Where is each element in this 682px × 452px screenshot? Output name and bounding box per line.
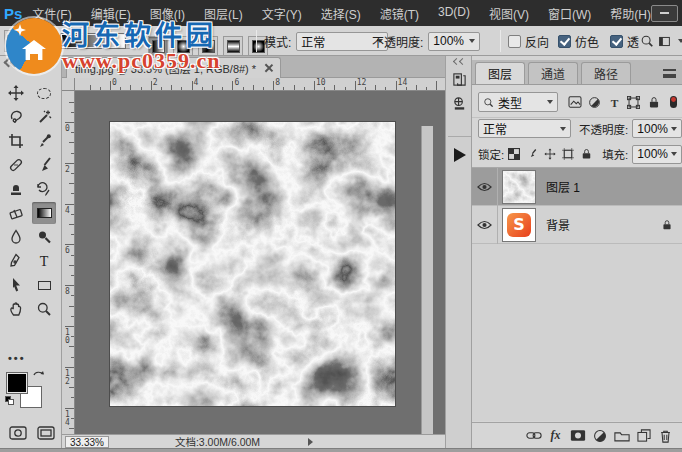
tool-eyedropper[interactable]	[32, 130, 56, 152]
reverse-checkbox[interactable]	[508, 35, 521, 48]
layer-row-layer1[interactable]: 图层 1	[472, 168, 682, 206]
ruler-corner[interactable]	[62, 78, 75, 91]
layer-style-button[interactable]: fx	[547, 427, 564, 444]
delete-layer-button[interactable]	[657, 427, 674, 444]
tab-paths[interactable]: 路径	[581, 62, 631, 84]
filter-shape-layers-icon[interactable]	[625, 93, 643, 112]
fill-select[interactable]: 100%	[632, 145, 682, 164]
tool-type[interactable]: T	[32, 250, 56, 272]
linear-gradient-button[interactable]	[148, 36, 168, 56]
menu-file[interactable]: 文件(F)	[32, 5, 71, 22]
tool-move[interactable]	[4, 82, 28, 104]
canvas-image[interactable]	[110, 122, 395, 406]
document-tab[interactable]: timg.jpg @ 33.3% (图层 1, RGB/8#) *	[66, 57, 281, 78]
angle-gradient-button[interactable]	[198, 36, 218, 56]
menu-help[interactable]: 帮助(H)	[610, 5, 651, 22]
expand-panels-icon[interactable]	[454, 59, 466, 65]
tool-eraser[interactable]	[4, 202, 28, 224]
screen-mode-button[interactable]	[34, 422, 58, 444]
visibility-toggle[interactable]	[472, 168, 498, 206]
tool-path-selection[interactable]	[4, 274, 28, 296]
zoom-level-field[interactable]: 33.33%	[65, 436, 109, 448]
filter-pixel-layers-icon[interactable]	[566, 93, 584, 112]
radial-gradient-button[interactable]	[173, 36, 193, 56]
tool-magic-wand[interactable]	[32, 106, 56, 128]
panel-menu-icon[interactable]	[663, 69, 676, 78]
workspace-icon[interactable]	[658, 35, 671, 48]
quick-mask-button[interactable]	[6, 422, 30, 444]
horizontal-ruler[interactable]: 02468101214	[75, 78, 445, 91]
tool-brush[interactable]	[32, 154, 56, 176]
tool-dodge[interactable]	[32, 226, 56, 248]
add-layer-mask-button[interactable]	[569, 427, 586, 444]
link-layers-button[interactable]	[525, 427, 542, 444]
visibility-toggle[interactable]	[472, 206, 498, 244]
search-icon[interactable]	[640, 34, 654, 48]
history-panel-icon[interactable]	[450, 70, 469, 89]
menu-3d[interactable]: 3D(D)	[438, 5, 470, 22]
tool-history-brush[interactable]	[32, 178, 56, 200]
layer-thumbnail[interactable]	[502, 170, 536, 204]
tool-hand[interactable]	[4, 298, 28, 320]
vertical-ruler[interactable]: 02468101214	[62, 91, 75, 434]
dither-checkbox[interactable]	[558, 35, 571, 48]
tool-crop[interactable]	[4, 130, 28, 152]
tool-pen[interactable]	[4, 250, 28, 272]
filter-type-layers-icon[interactable]: T	[606, 93, 624, 112]
properties-panel-icon[interactable]	[450, 94, 469, 113]
menu-view[interactable]: 视图(V)	[489, 5, 529, 22]
new-layer-button[interactable]	[635, 427, 652, 444]
layer-name[interactable]: 图层 1	[546, 178, 580, 195]
collapse-panel-icon[interactable]	[5, 59, 19, 67]
swap-colors-icon[interactable]	[32, 370, 46, 382]
lock-transparent-pixels-icon[interactable]	[506, 145, 522, 164]
reflected-gradient-button[interactable]	[223, 36, 243, 56]
lock-artboard-icon[interactable]	[560, 145, 576, 164]
foreground-color-swatch[interactable]	[6, 372, 28, 394]
minimize-button[interactable]	[651, 5, 678, 22]
tool-preset-picker[interactable]	[4, 30, 54, 52]
menu-window[interactable]: 窗口(W)	[548, 5, 591, 22]
vertical-scrollbar[interactable]	[421, 126, 433, 452]
lock-all-icon[interactable]	[578, 145, 594, 164]
layer-filter-select[interactable]: 类型	[478, 92, 558, 112]
lock-image-pixels-icon[interactable]	[524, 145, 540, 164]
layer-filter-toggle[interactable]	[664, 93, 682, 112]
menu-image[interactable]: 图像(I)	[150, 5, 185, 22]
tool-clone-stamp[interactable]	[4, 178, 28, 200]
tool-zoom[interactable]	[32, 298, 56, 320]
menu-layer[interactable]: 图层(L)	[204, 5, 243, 22]
tab-channels[interactable]: 通道	[528, 62, 578, 84]
layer-thumbnail[interactable]: S	[502, 208, 536, 242]
filter-smart-objects-icon[interactable]	[645, 93, 663, 112]
adjustment-layer-button[interactable]	[591, 427, 608, 444]
canvas-viewport[interactable]	[75, 91, 433, 434]
tool-rectangle[interactable]	[32, 274, 56, 296]
layer-name[interactable]: 背景	[546, 216, 570, 233]
tool-elliptical-marquee[interactable]	[32, 82, 56, 104]
transparency-checkbox[interactable]	[610, 35, 623, 48]
menu-filter[interactable]: 滤镜(T)	[380, 5, 419, 22]
status-options-chevron-icon[interactable]	[308, 438, 313, 446]
tool-healing-brush[interactable]	[4, 154, 28, 176]
actions-panel-icon[interactable]	[454, 148, 466, 162]
tab-close-icon[interactable]	[264, 64, 272, 72]
menu-edit[interactable]: 编辑(E)	[91, 5, 131, 22]
edit-toolbar-ellipsis[interactable]: •••	[8, 352, 26, 364]
filter-adjustment-layers-icon[interactable]	[586, 93, 604, 112]
tool-blur[interactable]	[4, 226, 28, 248]
menu-select[interactable]: 选择(S)	[321, 5, 361, 22]
tool-lasso[interactable]	[4, 106, 28, 128]
chevron-down-icon[interactable]	[678, 39, 682, 43]
tab-layers[interactable]: 图层	[475, 62, 525, 84]
gradient-preview[interactable]	[60, 33, 126, 49]
new-group-button[interactable]	[613, 427, 630, 444]
tool-gradient[interactable]	[32, 202, 56, 224]
lock-position-icon[interactable]	[542, 145, 558, 164]
default-colors-icon[interactable]	[5, 396, 14, 405]
layer-row-background[interactable]: S 背景	[472, 206, 682, 244]
opacity-select[interactable]: 100%	[428, 32, 480, 51]
layer-blend-mode-select[interactable]: 正常	[478, 119, 571, 138]
layer-opacity-select[interactable]: 100%	[632, 119, 682, 138]
gradient-picker-button[interactable]	[126, 33, 139, 49]
